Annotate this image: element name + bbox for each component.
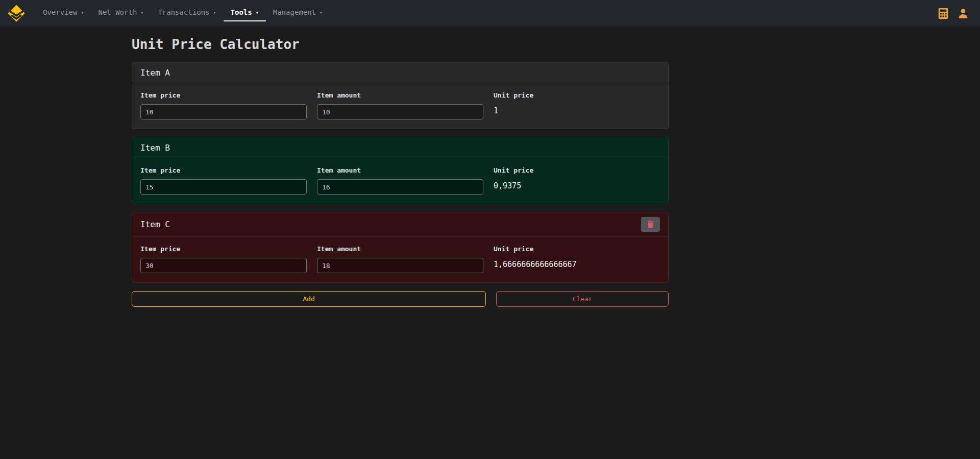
- nav-net-worth-label: Net Worth: [98, 8, 137, 16]
- nav-overview[interactable]: Overview ▾: [36, 5, 91, 21]
- amount-field: Item amount: [317, 245, 483, 273]
- app-logo[interactable]: [7, 4, 26, 22]
- amount-label: Item amount: [317, 166, 483, 174]
- unit-price-field: Unit price 1: [494, 91, 660, 119]
- add-button[interactable]: Add: [132, 291, 486, 307]
- user-profile-button[interactable]: [957, 7, 970, 20]
- price-input[interactable]: [140, 258, 307, 273]
- chevron-down-icon: ▾: [256, 10, 259, 15]
- top-navbar: Overview ▾ Net Worth ▾ Transactions ▾ To…: [0, 0, 980, 27]
- logo-diamond-icon: [7, 4, 26, 22]
- card-title: Item B: [140, 143, 170, 153]
- item-a-header: Item A: [132, 62, 668, 83]
- clear-button[interactable]: Clear: [496, 291, 669, 307]
- item-a-card: Item A Item price Item amount Unit price…: [132, 62, 669, 129]
- amount-input[interactable]: [317, 104, 483, 119]
- unit-price-label: Unit price: [494, 245, 660, 253]
- price-input[interactable]: [140, 179, 307, 195]
- navbar-right: [937, 7, 973, 20]
- amount-field: Item amount: [317, 166, 483, 195]
- nav-tools[interactable]: Tools ▾: [224, 5, 266, 21]
- main-content: Unit Price Calculator Item A Item price …: [132, 27, 669, 307]
- chevron-down-icon: ▾: [320, 10, 323, 15]
- action-buttons-row: Add Clear: [132, 291, 669, 307]
- nav-tools-label: Tools: [231, 8, 252, 16]
- calculator-button[interactable]: [937, 7, 949, 20]
- nav-overview-label: Overview: [43, 8, 77, 16]
- price-field: Item price: [140, 166, 307, 195]
- delete-item-button[interactable]: [641, 217, 660, 232]
- trash-icon: [647, 221, 654, 228]
- item-b-card: Item B Item price Item amount Unit price…: [132, 137, 669, 204]
- price-field: Item price: [140, 245, 307, 273]
- unit-price-label: Unit price: [494, 91, 660, 99]
- amount-input[interactable]: [317, 179, 483, 195]
- nav-management[interactable]: Management ▾: [266, 5, 330, 21]
- unit-price-value: 1,6666666666666667: [494, 260, 660, 269]
- card-title: Item C: [140, 220, 170, 229]
- price-field: Item price: [140, 91, 307, 119]
- chevron-down-icon: ▾: [140, 10, 143, 15]
- unit-price-value: 0,9375: [494, 181, 660, 190]
- item-c-body: Item price Item amount Unit price 1,6666…: [132, 237, 668, 282]
- amount-label: Item amount: [317, 245, 483, 253]
- nav-net-worth[interactable]: Net Worth ▾: [91, 5, 151, 21]
- item-c-card: Item C Item price Item amount Unit price: [132, 212, 669, 283]
- item-c-header: Item C: [132, 212, 668, 237]
- price-label: Item price: [140, 166, 307, 174]
- main-nav: Overview ▾ Net Worth ▾ Transactions ▾ To…: [36, 0, 330, 27]
- card-title: Item A: [140, 68, 170, 78]
- unit-price-value: 1: [494, 106, 660, 115]
- amount-field: Item amount: [317, 91, 483, 119]
- unit-price-label: Unit price: [494, 166, 660, 174]
- chevron-down-icon: ▾: [213, 10, 216, 15]
- price-input[interactable]: [140, 104, 307, 119]
- calculator-icon: [938, 8, 948, 19]
- item-a-body: Item price Item amount Unit price 1: [132, 83, 668, 129]
- price-label: Item price: [140, 91, 307, 99]
- nav-management-label: Management: [273, 8, 316, 16]
- user-icon: [958, 8, 969, 19]
- unit-price-field: Unit price 1,6666666666666667: [494, 245, 660, 273]
- item-b-header: Item B: [132, 137, 668, 158]
- item-b-body: Item price Item amount Unit price 0,9375: [132, 158, 668, 204]
- nav-transactions-label: Transactions: [158, 8, 209, 16]
- chevron-down-icon: ▾: [81, 10, 84, 15]
- nav-transactions[interactable]: Transactions ▾: [151, 5, 223, 21]
- unit-price-field: Unit price 0,9375: [494, 166, 660, 195]
- price-label: Item price: [140, 245, 307, 253]
- page-title: Unit Price Calculator: [132, 37, 669, 52]
- amount-label: Item amount: [317, 91, 483, 99]
- amount-input[interactable]: [317, 258, 483, 273]
